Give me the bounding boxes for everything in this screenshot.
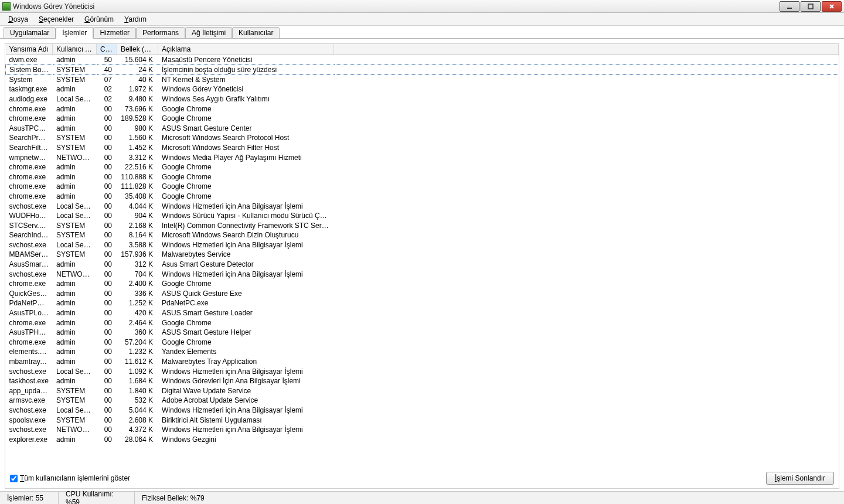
table-row[interactable]: svchost.exeLocal Serv...001.092 KWindows… [6,366,839,376]
table-row[interactable]: taskmgr.exeadmin021.972 KWindows Görev Y… [6,84,839,94]
table-row[interactable]: STCServ.exeSYSTEM002.168 KIntel(R) Commo… [6,220,839,230]
cell-user: admin [53,260,97,270]
cell-fill [334,133,839,143]
tab-kullanıcılar[interactable]: Kullanıcılar [232,27,280,39]
menu-görünüm[interactable]: Görünüm [80,14,118,25]
table-row[interactable]: AsusTPCent...admin00980 KASUS Smart Gest… [6,123,839,133]
table-row[interactable]: QuickGestur...admin00336 KASUS Quick Ges… [6,289,839,299]
cell-cpu: 00 [97,357,117,367]
table-row[interactable]: spoolsv.exeSYSTEM002.608 KBiriktirici Al… [6,415,839,425]
table-row[interactable]: svchost.exeNETWOR...00704 KWindows Hizme… [6,269,839,279]
cell-user: admin [53,328,97,338]
cell-mem: 189.528 K [117,114,158,124]
table-row[interactable]: taskhost.exeadmin001.684 KWindows Görevl… [6,376,839,386]
table-row[interactable]: wmpnetwk.exeNETWOR...003.312 KWindows Me… [6,152,839,162]
cell-cpu: 00 [97,376,117,386]
table-row[interactable]: PdaNetPC.exeadmin001.252 KPdaNetPC.exe [6,298,839,308]
tab-ağ i̇letişimi[interactable]: Ağ İletişimi [185,27,232,39]
table-row[interactable]: dwm.exeadmin5015.604 KMasaüstü Pencere Y… [6,55,839,65]
table-row[interactable]: chrome.exeadmin00111.828 KGoogle Chrome [6,182,839,192]
cell-mem: 111.828 K [117,182,158,192]
table-row[interactable]: chrome.exeadmin0035.408 KGoogle Chrome [6,192,839,202]
table-row[interactable]: MBAMServic...SYSTEM00157.936 KMalwarebyt… [6,250,839,260]
cell-desc: Google Chrome [158,104,334,114]
cell-desc: Adobe Acrobat Update Service [158,396,334,406]
table-row[interactable]: Sistem Boşta...SYSTEM4024 Kİşlemcinin bo… [6,65,839,75]
menu-dosya[interactable]: Dosya [4,14,33,25]
minimize-button[interactable] [780,1,799,12]
show-all-users-checkbox[interactable]: Tüm kullanıcıların işlemlerini göster [10,474,130,482]
table-row[interactable]: elements.exeadmin001.232 KYandex Element… [6,347,839,357]
table-row[interactable]: AsusTPLoad...admin00420 KASUS Smart Gest… [6,308,839,318]
cell-user: admin [53,114,97,124]
table-row[interactable]: audiodg.exeLocal Serv...029.480 KWindows… [6,94,839,104]
table-row[interactable]: AsusSmartG...admin00312 KAsus Smart Gest… [6,260,839,270]
table-row[interactable]: chrome.exeadmin00110.888 KGoogle Chrome [6,172,839,182]
cell-user: admin [53,192,97,202]
close-button[interactable] [822,1,842,12]
menu-seçenekler[interactable]: Seçenekler [34,14,79,25]
table-row[interactable]: SystemSYSTEM0740 KNT Kernel & System [6,75,839,85]
tab-uygulamalar[interactable]: Uygulamalar [4,27,56,39]
table-row[interactable]: svchost.exeLocal Serv...005.044 KWindows… [6,406,839,416]
table-row[interactable]: chrome.exeadmin0073.696 KGoogle Chrome [6,104,839,114]
menu-yardım[interactable]: Yardım [120,14,151,25]
cell-user: admin [53,172,97,182]
table-row[interactable]: chrome.exeadmin0057.204 KGoogle Chrome [6,338,839,348]
table-row[interactable]: WUDFHost....Local Serv...00904 KWindows … [6,211,839,221]
table-row[interactable]: SearchProto...SYSTEM001.560 KMicrosoft W… [6,133,839,143]
table-row[interactable]: SearchFilter...SYSTEM001.452 KMicrosoft … [6,143,839,153]
show-all-users-input[interactable] [10,475,18,482]
table-row[interactable]: chrome.exeadmin00189.528 KGoogle Chrome [6,114,839,124]
cell-cpu: 00 [97,434,117,444]
table-row[interactable]: app_update...SYSTEM001.840 KDigital Wave… [6,386,839,396]
cell-cpu: 00 [97,328,117,338]
col-description[interactable]: Açıklama [158,44,334,55]
cell-desc: Malwarebytes Service [158,250,334,260]
cell-mem: 2.168 K [117,220,158,230]
cell-user: SYSTEM [53,415,97,425]
cell-name: WUDFHost.... [6,211,53,221]
minimize-icon [787,4,792,9]
table-row[interactable]: chrome.exeadmin002.464 KGoogle Chrome [6,318,839,328]
cell-desc: Windows Görevleri İçin Ana Bilgisayar İş… [158,376,334,386]
tab-hizmetler[interactable]: Hizmetler [93,27,136,39]
maximize-button[interactable] [801,1,821,12]
process-table-scroll[interactable]: Yansıma Adı Kullanıcı Adı CPU Bellek (Öz… [5,44,839,468]
table-row[interactable]: armsvc.exeSYSTEM00532 KAdobe Acrobat Upd… [6,396,839,406]
cell-fill [334,366,839,376]
cell-fill [334,347,839,357]
table-row[interactable]: chrome.exeadmin0022.516 KGoogle Chrome [6,162,839,172]
col-image-name[interactable]: Yansıma Adı [6,44,53,55]
table-row[interactable]: explorer.exeadmin0028.064 KWindows Gezgi… [6,434,839,444]
col-memory[interactable]: Bellek (Öz... [117,44,158,55]
cell-name: SearchFilter... [6,143,53,153]
cell-user: admin [53,357,97,367]
table-row[interactable]: svchost.exeNETWOR...004.372 KWindows Hiz… [6,425,839,435]
table-row[interactable]: svchost.exeLocal Serv...004.044 KWindows… [6,201,839,211]
col-cpu[interactable]: CPU [97,44,117,55]
cell-user: admin [53,308,97,318]
table-row[interactable]: SearchIndex...SYSTEM008.164 KMicrosoft W… [6,230,839,240]
cell-user: SYSTEM [53,133,97,143]
cell-name: app_update... [6,386,53,396]
tab-performans[interactable]: Performans [136,27,185,39]
cell-mem: 532 K [117,396,158,406]
close-icon [829,4,835,9]
cell-user: admin [53,338,97,348]
table-row[interactable]: mbamtray.exeadmin0011.612 KMalwarebytes … [6,357,839,367]
cell-cpu: 00 [97,347,117,357]
cell-desc: Intel(R) Common Connectivity Framework S… [158,220,334,230]
cell-cpu: 07 [97,75,117,85]
cell-mem: 110.888 K [117,172,158,182]
cell-mem: 1.232 K [117,347,158,357]
table-row[interactable]: chrome.exeadmin002.400 KGoogle Chrome [6,279,839,289]
cell-desc: Windows Hizmetleri için Ana Bilgisayar İ… [158,366,334,376]
col-user-name[interactable]: Kullanıcı Adı [53,44,97,55]
cell-name: System [6,75,53,85]
table-row[interactable]: AsusTPHelp...admin00360 KASUS Smart Gest… [6,328,839,338]
table-row[interactable]: svchost.exeLocal Serv...003.588 KWindows… [6,240,839,250]
end-process-button[interactable]: İşlemi Sonlandır [766,472,834,485]
cell-fill [334,260,839,270]
tab-i̇şlemler[interactable]: İşlemler [56,27,93,39]
